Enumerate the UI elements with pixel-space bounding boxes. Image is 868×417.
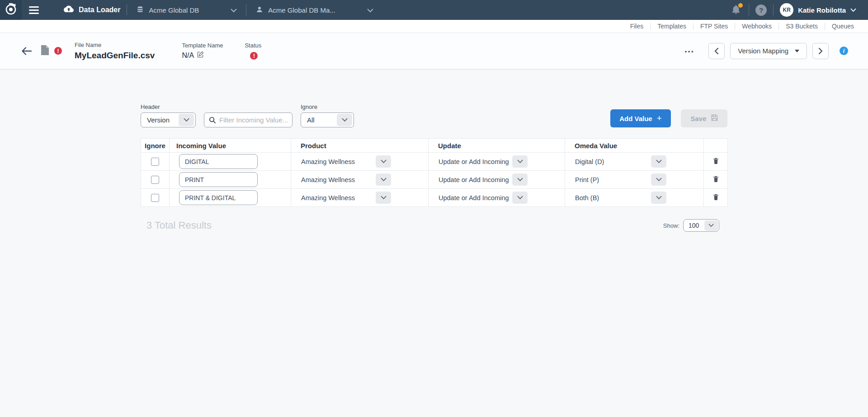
trash-icon	[712, 193, 720, 201]
template-name-label: Template Name	[182, 42, 223, 49]
subnav-link-ftp-sites[interactable]: FTP Sites	[693, 23, 735, 30]
table-footer: 3 Total Results Show: 100	[141, 219, 727, 232]
previous-step-button[interactable]	[708, 43, 725, 59]
incoming-value-input[interactable]	[179, 190, 258, 205]
header-filter-value: Version	[147, 116, 170, 124]
user-menu[interactable]: KR Katie Robilotta	[780, 3, 856, 17]
chevron-down-icon	[376, 173, 391, 186]
column-header-incoming-value: Incoming Value	[170, 139, 291, 153]
person-icon	[255, 5, 264, 15]
trash-icon	[712, 175, 720, 183]
step-selector-value: Version Mapping	[738, 47, 788, 55]
page-size-select[interactable]: 100	[683, 219, 719, 232]
search-input[interactable]	[219, 116, 288, 124]
step-selector-dropdown[interactable]: Version Mapping	[730, 43, 807, 59]
update-select[interactable]: Update or Add Incoming	[439, 155, 528, 168]
total-results: 3 Total Results	[146, 220, 212, 231]
product-select[interactable]: Amazing Wellness	[301, 155, 391, 168]
delete-row-button[interactable]	[712, 193, 720, 201]
product-select[interactable]: Amazing Wellness	[301, 173, 391, 186]
navbar-divider	[246, 5, 246, 15]
subnav-link-templates[interactable]: Templates	[650, 23, 693, 30]
header-filter-label: Header	[141, 103, 196, 110]
add-value-label: Add Value	[619, 115, 652, 122]
cloud-upload-icon	[62, 3, 74, 17]
update-select[interactable]: Update or Add Incoming	[439, 173, 528, 186]
chevron-down-icon	[337, 114, 352, 126]
product-value: Amazing Wellness	[301, 158, 355, 165]
chevron-down-icon	[376, 192, 391, 204]
more-menu-button[interactable]: ...	[684, 47, 694, 52]
save-label: Save	[690, 115, 706, 122]
product-value: Amazing Wellness	[301, 176, 355, 183]
navbar-divider	[773, 5, 774, 15]
file-name-label: File Name	[75, 42, 155, 48]
chevron-down-icon	[376, 155, 391, 168]
subnav-link-s3-buckets[interactable]: S3 Buckets	[778, 23, 825, 30]
file-error-icon: !	[54, 47, 62, 55]
plus-icon: +	[657, 113, 662, 123]
subnav-link-queues[interactable]: Queues	[825, 23, 861, 30]
header-filter-select[interactable]: Version	[141, 112, 196, 127]
profile-selector[interactable]: Acme Global DB Ma...	[253, 5, 376, 15]
chevron-down-icon	[651, 173, 666, 186]
product-select[interactable]: Amazing Wellness	[301, 192, 391, 204]
ignore-checkbox[interactable]	[151, 194, 159, 202]
chevron-down-icon	[704, 220, 718, 231]
delete-row-button[interactable]	[712, 157, 720, 165]
subnav-link-webhooks[interactable]: Webhooks	[735, 23, 778, 30]
ignore-filter-label: Ignore	[301, 103, 354, 110]
edit-icon[interactable]	[197, 51, 204, 60]
column-header-product: Product	[291, 139, 429, 153]
ignore-checkbox[interactable]	[151, 158, 159, 166]
column-header-actions	[704, 139, 728, 153]
ignore-checkbox[interactable]	[151, 176, 159, 184]
update-value: Update or Add Incoming	[439, 176, 509, 183]
notification-badge	[738, 3, 743, 8]
update-select[interactable]: Update or Add Incoming	[439, 192, 528, 204]
incoming-value-input[interactable]	[179, 154, 258, 169]
app-title: Data Loader	[79, 6, 120, 14]
file-name-value: MyLeadGenFile.csv	[75, 51, 155, 61]
notifications-button[interactable]	[731, 4, 742, 16]
back-arrow-button[interactable]	[21, 45, 33, 57]
user-name: Katie Robilotta	[798, 6, 846, 14]
database-selector[interactable]: Acme Global DB	[133, 5, 240, 15]
chevron-down-icon	[850, 6, 856, 14]
omeda-logo-icon	[4, 2, 18, 18]
omeda-value-select[interactable]: Both (B)	[575, 192, 666, 204]
incoming-value-input[interactable]	[179, 172, 258, 187]
file-header-panel: ! File Name MyLeadGenFile.csv Template N…	[0, 33, 868, 69]
subnav-link-files[interactable]: Files	[623, 23, 651, 30]
navbar-divider	[749, 5, 749, 15]
table-row: Amazing Wellness Update or Add Incoming …	[141, 171, 728, 189]
chevron-down-icon	[512, 155, 528, 168]
chevron-down-icon	[367, 6, 373, 14]
update-value: Update or Add Incoming	[439, 194, 509, 201]
database-selector-value: Acme Global DB	[149, 6, 199, 14]
omeda-value-select[interactable]: Print (P)	[575, 173, 666, 186]
help-icon[interactable]: ?	[755, 5, 767, 16]
user-avatar: KR	[780, 3, 793, 17]
search-icon	[209, 117, 216, 123]
menu-toggle-button[interactable]	[29, 0, 45, 20]
info-icon[interactable]: i	[840, 47, 848, 55]
filter-bar: Header Version Ignore All	[141, 69, 727, 127]
delete-row-button[interactable]	[712, 175, 720, 183]
table-row: Amazing Wellness Update or Add Incoming …	[141, 189, 728, 207]
next-step-button[interactable]	[812, 43, 829, 59]
chevron-down-icon	[179, 114, 194, 126]
omeda-value-select[interactable]: Digital (D)	[575, 155, 666, 168]
add-value-button[interactable]: Add Value +	[610, 109, 671, 127]
product-value: Amazing Wellness	[301, 194, 355, 201]
save-button[interactable]: Save	[681, 109, 727, 127]
chevron-down-icon	[512, 192, 528, 204]
show-label: Show:	[663, 222, 679, 229]
omeda-logo[interactable]	[0, 0, 22, 20]
omeda-value: Print (P)	[575, 176, 599, 183]
column-header-update: Update	[429, 139, 565, 153]
filter-search-box	[204, 112, 292, 127]
document-icon[interactable]	[41, 45, 49, 57]
ignore-filter-select[interactable]: All	[301, 112, 354, 127]
profile-selector-value: Acme Global DB Ma...	[268, 6, 335, 14]
